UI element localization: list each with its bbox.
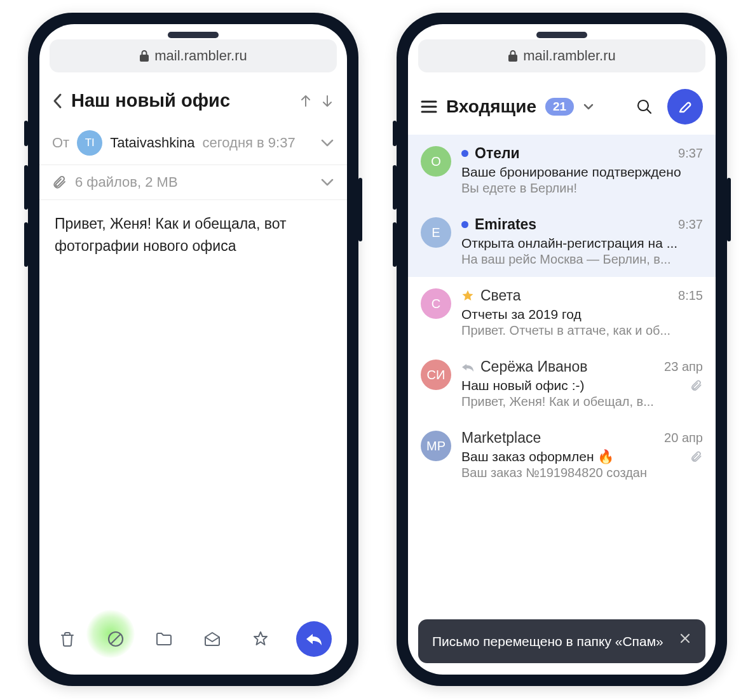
- close-icon[interactable]: [679, 632, 691, 645]
- sender-avatar: TI: [77, 130, 102, 156]
- unread-dot-icon: [461, 221, 468, 228]
- mail-item-content: Marketplace20 апрВаш заказ оформлен 🔥Ваш…: [461, 429, 703, 480]
- chevron-down-icon[interactable]: [320, 138, 334, 147]
- chevron-down-icon[interactable]: [320, 178, 334, 187]
- chevron-down-icon[interactable]: [583, 103, 594, 111]
- mail-subject: Ваш заказ оформлен 🔥: [461, 449, 703, 464]
- paperclip-icon: [690, 379, 703, 392]
- mail-body: Привет, Женя! Как и обещала, вот фотогра…: [39, 200, 347, 612]
- avatar: О: [421, 146, 451, 177]
- mail-item-content: Серёжа Иванов23 апрНаш новый офис :-)При…: [461, 358, 703, 409]
- mail-sender: Серёжа Иванов: [480, 358, 588, 375]
- mail-preview: Привет, Женя! Как и обещал, в...: [461, 394, 703, 409]
- mark-read-icon[interactable]: [200, 626, 225, 652]
- from-row[interactable]: От TI Tataivashkina сегодня в 9:37: [39, 121, 347, 165]
- prev-mail-icon[interactable]: [299, 94, 313, 108]
- mail-sender: Emirates: [475, 216, 536, 233]
- sender-name: Tataivashkina: [110, 135, 194, 151]
- mail-item[interactable]: ССвета8:15Отчеты за 2019 годПривет. Отче…: [408, 277, 716, 348]
- avatar: С: [421, 288, 451, 319]
- avatar: MP: [421, 431, 451, 461]
- mail-item[interactable]: MPMarketplace20 апрВаш заказ оформлен 🔥В…: [408, 419, 716, 490]
- url-text: mail.rambler.ru: [523, 48, 615, 64]
- mail-time: 23 апр: [664, 360, 703, 374]
- mail-item[interactable]: EEmirates9:37Открыта онлайн-регистрация …: [408, 206, 716, 277]
- trash-icon[interactable]: [55, 626, 80, 652]
- mail-list[interactable]: ООтели9:37Ваше бронирование подтверждено…: [408, 135, 716, 675]
- screen-right: mail.rambler.ru Входящие 21 ООтели9:37Ва…: [408, 24, 716, 675]
- phone-left: mail.rambler.ru Наш новый офис От TI Tat…: [28, 13, 358, 686]
- toast-text: Письмо перемещено в папку «Спам»: [432, 632, 663, 650]
- star-icon[interactable]: [248, 626, 273, 652]
- compose-button[interactable]: [667, 89, 703, 125]
- mail-subject: Наш новый офис :-): [461, 378, 703, 393]
- mail-sender: Отели: [475, 145, 520, 162]
- mail-time: 9:37: [678, 146, 703, 161]
- mail-time: 9:37: [678, 217, 703, 232]
- mail-item[interactable]: ООтели9:37Ваше бронирование подтверждено…: [408, 135, 716, 206]
- mail-header: Наш новый офис: [39, 83, 347, 121]
- mail-time: 8:15: [678, 288, 703, 303]
- screen-left: mail.rambler.ru Наш новый офис От TI Tat…: [39, 24, 347, 675]
- from-label: От: [52, 135, 69, 151]
- mail-preview: На ваш рейс Москва — Берлин, в...: [461, 252, 703, 267]
- mail-sender: Света: [480, 287, 521, 304]
- star-icon: [461, 290, 474, 302]
- url-bar[interactable]: mail.rambler.ru: [50, 39, 337, 72]
- mail-subject: Ваше бронирование подтверждено: [461, 165, 703, 180]
- inbox-header: Входящие 21: [408, 83, 716, 135]
- spam-icon[interactable]: [103, 626, 128, 652]
- avatar: СИ: [421, 360, 451, 390]
- back-icon[interactable]: [52, 92, 64, 110]
- svg-line-3: [647, 109, 651, 113]
- replied-icon: [461, 362, 474, 372]
- mail-time: 20 апр: [664, 431, 703, 445]
- mail-item[interactable]: СИСерёжа Иванов23 апрНаш новый офис :-)П…: [408, 348, 716, 419]
- toast: Письмо перемещено в папку «Спам»: [418, 619, 705, 663]
- lock-icon: [508, 50, 518, 62]
- mail-preview: Привет. Отчеты в аттаче, как и об...: [461, 323, 703, 338]
- svg-line-1: [111, 634, 121, 644]
- mail-preview: Вы едете в Берлин!: [461, 181, 703, 196]
- url-text: mail.rambler.ru: [154, 48, 247, 64]
- next-mail-icon[interactable]: [320, 94, 334, 108]
- mail-item-content: Света8:15Отчеты за 2019 годПривет. Отчет…: [461, 287, 703, 338]
- mail-preview: Ваш заказ №191984820 создан: [461, 466, 703, 480]
- paperclip-icon: [52, 175, 67, 190]
- phone-right: mail.rambler.ru Входящие 21 ООтели9:37Ва…: [397, 13, 727, 686]
- mail-sender: Marketplace: [461, 429, 541, 447]
- url-bar[interactable]: mail.rambler.ru: [418, 39, 705, 72]
- folder-title[interactable]: Входящие: [446, 97, 536, 117]
- attachments-text: 6 файлов, 2 MB: [75, 174, 178, 191]
- mail-subject: Открыта онлайн-регистрация на ...: [461, 236, 703, 251]
- mail-subject: Отчеты за 2019 год: [461, 307, 703, 322]
- sender-time: сегодня в 9:37: [203, 135, 296, 151]
- lock-icon: [139, 50, 149, 62]
- folder-icon[interactable]: [151, 626, 177, 652]
- unread-dot-icon: [461, 150, 468, 157]
- avatar: E: [421, 217, 451, 248]
- attachments-row[interactable]: 6 файлов, 2 MB: [39, 165, 347, 200]
- mail-item-content: Отели9:37Ваше бронирование подтвержденоВ…: [461, 145, 703, 196]
- search-icon[interactable]: [636, 98, 653, 116]
- mail-subject-title: Наш новый офис: [71, 90, 291, 111]
- reply-button[interactable]: [296, 621, 332, 657]
- bottom-toolbar: [39, 612, 347, 675]
- unread-badge: 21: [545, 98, 574, 116]
- mail-item-content: Emirates9:37Открыта онлайн-регистрация н…: [461, 216, 703, 267]
- paperclip-icon: [690, 450, 703, 463]
- menu-icon[interactable]: [421, 100, 437, 114]
